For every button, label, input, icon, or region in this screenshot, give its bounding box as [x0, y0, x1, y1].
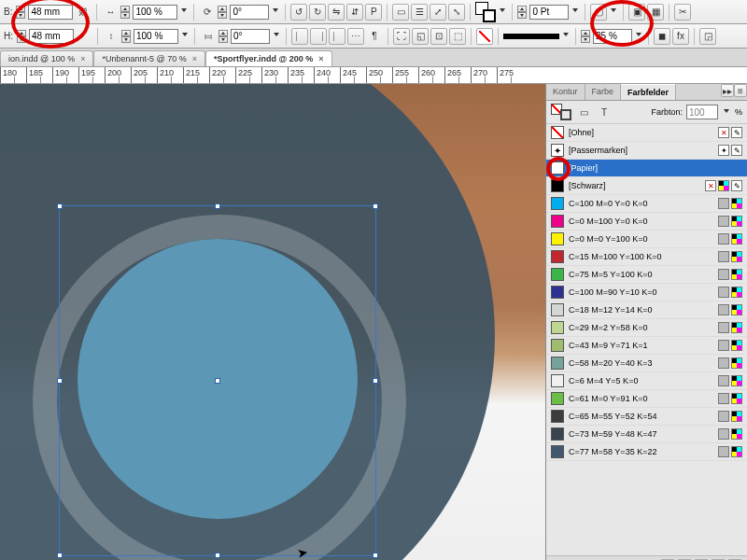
close-icon[interactable]: ×	[80, 54, 85, 63]
handle-nw[interactable]	[57, 203, 63, 209]
document-tab[interactable]: *Sportflyer.indd @ 200 %×	[205, 50, 332, 66]
panel-fill-stroke-proxy[interactable]	[551, 104, 571, 120]
handle-se[interactable]	[373, 553, 378, 558]
handle-c[interactable]	[215, 378, 220, 384]
shear-input[interactable]: 0°	[231, 29, 270, 44]
rotate-spinner[interactable]	[218, 6, 227, 19]
effects-dd[interactable]	[609, 8, 618, 15]
swatch-row[interactable]: C=0 M=100 Y=0 K=0	[546, 213, 747, 231]
swatch-row[interactable]: C=58 M=20 Y=40 K=3	[546, 355, 747, 372]
text-wrap-bound-icon[interactable]: ▦	[647, 4, 664, 21]
fit-frame-icon[interactable]: ⤡	[448, 4, 465, 21]
link-wh-icon[interactable]: ⛓	[75, 4, 92, 21]
crop-icon[interactable]: ✂	[674, 4, 691, 21]
panel-menu-icon[interactable]: ≡	[734, 84, 747, 97]
opacity-spinner[interactable]	[581, 30, 590, 43]
stroke-style-preview[interactable]	[503, 34, 559, 39]
swatch-row[interactable]: C=73 M=59 Y=48 K=47	[546, 426, 747, 443]
handle-w[interactable]	[57, 378, 63, 384]
document-tab[interactable]: *Unbenannt-5 @ 70 %×	[93, 50, 204, 66]
swatch-row[interactable]: C=100 M=0 Y=0 K=0	[546, 195, 747, 213]
swatch-row[interactable]: C=0 M=0 Y=100 K=0	[546, 231, 747, 248]
swatch-row[interactable]: C=65 M=55 Y=52 K=54	[546, 408, 747, 426]
fit-content-icon[interactable]: ⤢	[430, 4, 446, 21]
tab-farbe[interactable]: Farbe	[585, 84, 622, 100]
swatch-row[interactable]: C=100 M=90 Y=10 K=0	[546, 284, 747, 301]
strokew-dd[interactable]	[571, 8, 580, 15]
close-icon[interactable]: ×	[192, 54, 197, 63]
effects-target-icon[interactable]: ▢	[590, 4, 607, 21]
swatch-row[interactable]: C=15 M=100 Y=100 K=0	[546, 248, 747, 266]
height-input[interactable]: 48 mm	[29, 29, 74, 44]
rotate-ccw-icon[interactable]: ↺	[290, 4, 307, 21]
distribute-icon[interactable]: ⋯	[347, 28, 364, 45]
text-format-icon[interactable]: T	[596, 104, 613, 120]
align-left-icon[interactable]: ⎸	[291, 28, 308, 45]
flip-v-icon[interactable]: ⇵	[346, 4, 363, 21]
swatch-row[interactable]: [Papier]	[546, 160, 747, 177]
text-wrap-none-icon[interactable]: ▣	[628, 4, 645, 21]
apply-none-icon[interactable]	[476, 28, 493, 45]
para-icon[interactable]: ¶	[366, 28, 383, 45]
panel-collapse-icon[interactable]: ▸▸	[721, 84, 734, 97]
strokew-spinner[interactable]	[517, 6, 527, 19]
scale-y-spinner[interactable]	[121, 30, 131, 43]
shear-dd[interactable]	[272, 33, 281, 39]
handle-s[interactable]	[215, 553, 220, 558]
drop-shadow-icon[interactable]: ◼	[654, 28, 670, 45]
handle-e[interactable]	[373, 378, 378, 384]
width-spinner[interactable]	[16, 6, 25, 19]
document-tab[interactable]: ion.indd @ 100 %×	[0, 50, 93, 66]
width-input[interactable]: 48 mm	[28, 5, 73, 20]
container-format-icon[interactable]: ▭	[575, 104, 592, 120]
tab-farbfelder[interactable]: Farbfelder	[621, 84, 676, 100]
select-container-icon[interactable]: ▭	[392, 4, 409, 21]
stroke-style-dd[interactable]	[561, 33, 571, 39]
center-content-icon[interactable]: ⊡	[430, 28, 447, 45]
handle-sw[interactable]	[57, 553, 63, 558]
close-icon[interactable]: ×	[318, 54, 323, 63]
auto-fit-icon[interactable]: ⬚	[449, 28, 466, 45]
swatch-row[interactable]: C=29 M=2 Y=58 K=0	[546, 319, 747, 337]
canvas-stage[interactable]: ➤ Kontur Farbe Farbfelder ▸▸ ≡ ▭ T Farbt…	[0, 84, 747, 560]
height-spinner[interactable]	[17, 30, 26, 43]
fit-prop-icon[interactable]: ⛶	[393, 28, 410, 45]
swatch-list[interactable]: [Ohne][Passermarken]✦[Papier][Schwarz]C=…	[546, 124, 747, 555]
swatch-row[interactable]: C=18 M=12 Y=14 K=0	[546, 301, 747, 319]
rotate-cw-icon[interactable]: ↻	[309, 4, 326, 21]
tab-kontur[interactable]: Kontur	[546, 84, 585, 100]
scale-x-spinner[interactable]	[120, 6, 130, 19]
fill-dd[interactable]	[498, 8, 507, 15]
rotate-dd[interactable]	[271, 8, 280, 15]
tint-dd[interactable]	[722, 109, 731, 116]
selection-frame[interactable]	[59, 205, 376, 556]
opacity-input[interactable]: 25 %	[593, 29, 632, 44]
handle-n[interactable]	[215, 203, 220, 209]
fx-icon[interactable]: fx	[672, 28, 689, 45]
flip-h-icon[interactable]: ⇋	[328, 4, 345, 21]
select-content-icon[interactable]: ☰	[411, 4, 428, 21]
swatch-row[interactable]: [Ohne]	[546, 124, 747, 142]
corner-options-icon[interactable]: ◲	[699, 28, 716, 45]
swatch-row[interactable]: C=43 M=9 Y=71 K=1	[546, 337, 747, 355]
fit-fill-icon[interactable]: ◱	[412, 28, 429, 45]
swatch-row[interactable]: [Passermarken]✦	[546, 142, 747, 160]
swatch-row[interactable]: C=61 M=0 Y=91 K=0	[546, 390, 747, 408]
opacity-dd[interactable]	[634, 33, 643, 39]
p-icon[interactable]: P	[365, 4, 382, 21]
stroke-weight-input[interactable]: 0 Pt	[529, 5, 569, 20]
handle-ne[interactable]	[373, 203, 378, 209]
scale-y-input[interactable]: 100 %	[134, 29, 178, 44]
tint-input[interactable]: 100	[686, 105, 718, 119]
fill-stroke-proxy[interactable]	[475, 2, 496, 22]
scale-x-input[interactable]: 100 %	[133, 5, 177, 20]
swatch-row[interactable]: C=77 M=58 Y=35 K=22	[546, 443, 747, 461]
swatch-row[interactable]: C=6 M=4 Y=5 K=0	[546, 372, 747, 390]
rotate-input[interactable]: 0°	[230, 5, 269, 20]
scale-x-dd[interactable]	[179, 8, 189, 15]
scale-y-dd[interactable]	[180, 33, 190, 39]
align-center-icon[interactable]: ⎹	[310, 28, 327, 45]
swatch-row[interactable]: [Schwarz]	[546, 177, 747, 195]
swatch-row[interactable]: C=75 M=5 Y=100 K=0	[546, 266, 747, 284]
align-right-icon[interactable]: ⎸	[329, 28, 345, 45]
